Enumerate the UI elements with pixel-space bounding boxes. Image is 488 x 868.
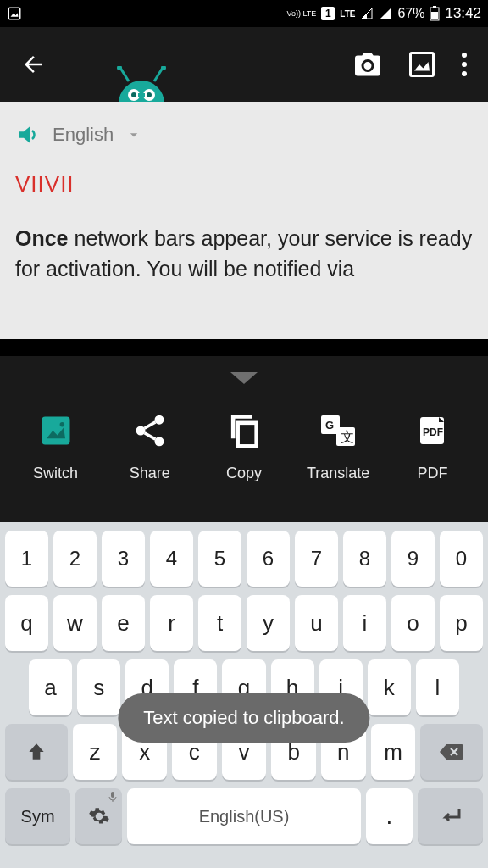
switch-button[interactable]: Switch — [8, 403, 103, 487]
svg-point-22 — [154, 415, 164, 425]
backspace-key[interactable] — [420, 724, 483, 780]
signal-icon-2 — [379, 7, 392, 20]
keyboard: 1234567890 qwertyuiop asdfghjkl zxcvbnm … — [0, 522, 488, 868]
pdf-label: PDF — [417, 465, 447, 482]
key-u[interactable]: u — [295, 595, 338, 651]
key-w[interactable]: w — [53, 595, 97, 651]
clock: 13:42 — [445, 5, 481, 22]
lte-indicator: LTE — [340, 9, 355, 19]
battery-icon — [430, 6, 440, 21]
svg-line-25 — [144, 422, 155, 428]
key-q[interactable]: q — [5, 595, 48, 651]
svg-rect-3 — [433, 6, 436, 8]
svg-line-7 — [154, 68, 163, 81]
key-7[interactable]: 7 — [295, 531, 338, 587]
key-0[interactable]: 0 — [440, 531, 483, 587]
svg-point-21 — [59, 422, 64, 427]
key-z[interactable]: z — [73, 724, 118, 780]
key-a[interactable]: a — [29, 659, 72, 715]
key-s[interactable]: s — [77, 659, 120, 715]
svg-line-26 — [144, 433, 155, 439]
spacebar[interactable]: English(US) — [127, 788, 361, 844]
picture-indicator-icon — [7, 6, 22, 21]
key-e[interactable]: e — [102, 595, 145, 651]
language-selector[interactable]: English — [15, 122, 473, 163]
svg-line-5 — [120, 68, 129, 81]
period-key[interactable]: . — [366, 788, 413, 844]
key-2[interactable]: 2 — [53, 531, 97, 587]
share-label: Share — [130, 465, 170, 482]
key-o[interactable]: o — [391, 595, 435, 651]
svg-rect-14 — [411, 53, 434, 76]
copy-icon — [225, 409, 263, 453]
key-4[interactable]: 4 — [150, 531, 193, 587]
chevron-down-icon — [125, 126, 142, 143]
svg-point-16 — [462, 53, 467, 58]
svg-rect-19 — [42, 417, 69, 445]
back-button[interactable] — [8, 43, 58, 86]
svg-point-23 — [136, 426, 145, 436]
pdf-button[interactable]: PDF PDF — [385, 403, 480, 487]
enter-key[interactable] — [418, 788, 483, 844]
key-1[interactable]: 1 — [5, 531, 48, 587]
svg-text:文: 文 — [341, 430, 354, 444]
symbols-key[interactable]: Sym — [5, 788, 70, 844]
volte-indicator: Vo)) LTE — [286, 10, 316, 18]
pdf-icon: PDF — [413, 409, 451, 453]
camera-button[interactable] — [341, 41, 395, 88]
svg-rect-27 — [238, 423, 257, 446]
overflow-menu-button[interactable] — [449, 43, 480, 86]
translation-content: English VIIVII Once network bars appear,… — [0, 102, 488, 339]
key-9[interactable]: 9 — [391, 531, 435, 587]
sim-badge: 1 — [321, 7, 335, 20]
switch-label: Switch — [33, 465, 78, 482]
key-y[interactable]: y — [247, 595, 290, 651]
kb-row-qwerty: qwertyuiop — [5, 595, 483, 651]
svg-point-17 — [462, 62, 467, 67]
svg-rect-0 — [8, 8, 20, 19]
svg-text:G: G — [325, 419, 334, 431]
signal-icon-1 — [360, 7, 374, 20]
key-3[interactable]: 3 — [102, 531, 145, 587]
svg-marker-15 — [414, 62, 430, 71]
svg-rect-13 — [138, 93, 145, 97]
translated-body: Once network bars appear, your service i… — [15, 223, 473, 285]
settings-key[interactable] — [75, 788, 122, 844]
language-label: English — [53, 124, 114, 146]
svg-text:PDF: PDF — [423, 426, 443, 438]
key-r[interactable]: r — [150, 595, 193, 651]
kb-row-numbers: 1234567890 — [5, 531, 483, 587]
key-m[interactable]: m — [371, 724, 416, 780]
shift-key[interactable] — [5, 724, 68, 780]
key-i[interactable]: i — [343, 595, 386, 651]
key-5[interactable]: 5 — [198, 531, 241, 587]
svg-rect-4 — [431, 12, 438, 19]
key-8[interactable]: 8 — [343, 531, 386, 587]
key-l[interactable]: l — [416, 659, 459, 715]
key-p[interactable]: p — [440, 595, 483, 651]
key-k[interactable]: k — [368, 659, 411, 715]
svg-point-18 — [462, 71, 467, 76]
key-6[interactable]: 6 — [247, 531, 290, 587]
svg-point-10 — [131, 92, 136, 97]
action-panel: Switch Share Copy G 文 Translate — [0, 356, 488, 522]
svg-point-12 — [147, 92, 152, 97]
svg-rect-34 — [111, 792, 114, 798]
translate-button[interactable]: G 文 Translate — [291, 403, 385, 487]
battery-percent: 67% — [397, 6, 424, 21]
share-button[interactable]: Share — [103, 403, 197, 487]
translate-label: Translate — [307, 465, 369, 482]
speaker-icon[interactable] — [15, 122, 41, 147]
copy-button[interactable]: Copy — [197, 403, 291, 487]
translate-icon: G 文 — [318, 409, 358, 453]
copy-label: Copy — [226, 465, 262, 482]
status-bar: Vo)) LTE 1 LTE 67% 13:42 — [0, 0, 488, 27]
app-bar — [0, 27, 488, 102]
body-rest: network bars appear, your service is rea… — [15, 226, 472, 281]
translated-title: VIIVII — [15, 163, 473, 223]
svg-point-24 — [154, 437, 164, 446]
gallery-button[interactable] — [395, 41, 449, 88]
key-t[interactable]: t — [198, 595, 241, 651]
divider-strip — [0, 339, 488, 356]
collapse-handle[interactable] — [0, 356, 488, 398]
